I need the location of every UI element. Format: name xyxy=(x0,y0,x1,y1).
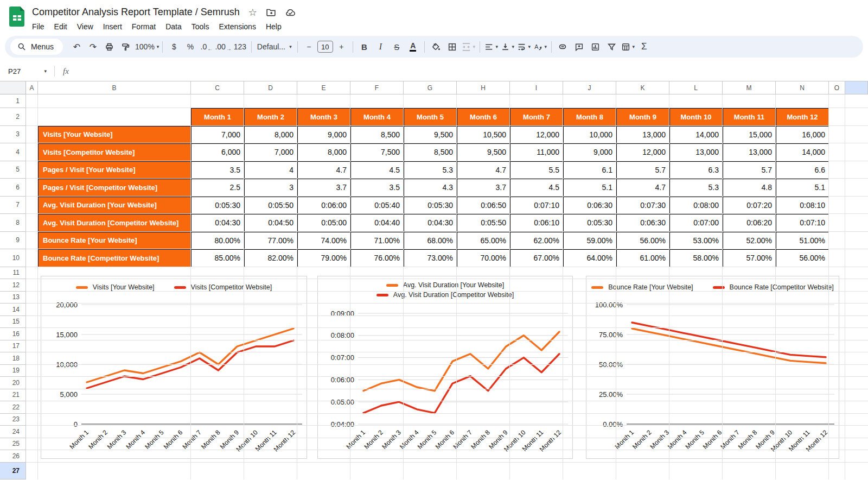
cell[interactable]: 0:05:30 xyxy=(191,197,244,214)
text-rotation-button[interactable]: A ▾ xyxy=(532,39,548,54)
cell[interactable]: 6,000 xyxy=(191,143,244,161)
cell[interactable]: 8,500 xyxy=(350,126,404,144)
cell[interactable]: 5.3 xyxy=(404,161,457,179)
row-header-10[interactable]: 10 xyxy=(0,249,26,267)
cell[interactable]: 3.7 xyxy=(457,179,510,197)
cell[interactable]: 5.7 xyxy=(723,161,776,179)
cell[interactable]: 53.00% xyxy=(669,232,723,250)
menus-search-button[interactable]: Menus xyxy=(10,39,63,55)
row-header-3[interactable]: 3 xyxy=(0,126,26,144)
cell[interactable]: 0:04:50 xyxy=(244,214,297,232)
cell[interactable]: 0:05:50 xyxy=(457,214,510,232)
increase-font-size-button[interactable]: + xyxy=(334,39,349,54)
row-header-20[interactable]: 20 xyxy=(0,377,26,389)
menu-extensions[interactable]: Extensions xyxy=(214,21,260,33)
cell[interactable]: 0:06:30 xyxy=(616,214,669,232)
cell[interactable]: 8,500 xyxy=(404,143,457,161)
undo-button[interactable]: ↶ xyxy=(69,39,85,54)
paint-format-button[interactable] xyxy=(118,39,133,54)
decrease-decimal-button[interactable]: .0 ← xyxy=(199,39,214,54)
formula-input[interactable] xyxy=(69,61,868,81)
column-header-M[interactable]: M xyxy=(723,81,776,94)
column-header-P[interactable] xyxy=(845,81,868,94)
cell[interactable]: 10,000 xyxy=(563,126,616,144)
italic-button[interactable]: I xyxy=(373,39,388,54)
functions-button[interactable]: Σ xyxy=(636,39,652,54)
column-header-D[interactable]: D xyxy=(244,81,297,94)
column-header-G[interactable]: G xyxy=(404,81,457,94)
cell[interactable]: 77.00% xyxy=(244,232,297,250)
row-label-cell[interactable]: Avg. Visit Duration [Your Website] xyxy=(38,197,191,214)
cell[interactable]: 74.00% xyxy=(297,232,350,250)
row-header-23[interactable]: 23 xyxy=(0,414,26,426)
row-header-2[interactable]: 2 xyxy=(0,108,26,126)
cell[interactable]: 0:05:30 xyxy=(404,197,457,214)
cell[interactable]: 64.00% xyxy=(563,249,616,267)
cell[interactable]: 0:07:20 xyxy=(723,197,776,214)
cell[interactable]: 56.00% xyxy=(776,249,829,267)
cell[interactable]: 13,000 xyxy=(616,126,669,144)
cell[interactable]: 59.00% xyxy=(563,232,616,250)
cell[interactable]: 67.00% xyxy=(510,249,563,267)
fill-color-button[interactable] xyxy=(428,39,444,54)
row-header-19[interactable]: 19 xyxy=(0,365,26,377)
row-header-18[interactable]: 18 xyxy=(0,352,26,365)
row-header-16[interactable]: 16 xyxy=(0,328,26,340)
cell[interactable]: 51.00% xyxy=(776,232,829,250)
cell[interactable]: 79.00% xyxy=(297,249,350,267)
month-header-cell[interactable]: Month 7 xyxy=(510,108,563,126)
row-label-cell[interactable]: Bounce Rate [Your Website] xyxy=(38,232,191,250)
borders-button[interactable] xyxy=(444,39,460,54)
cell[interactable]: 16,000 xyxy=(776,126,829,144)
row-header-12[interactable]: 12 xyxy=(0,279,26,292)
strikethrough-button[interactable]: S xyxy=(389,39,405,54)
cell[interactable]: 4.5 xyxy=(510,179,563,197)
cell[interactable]: 9,000 xyxy=(297,126,350,144)
cell[interactable]: 0:04:40 xyxy=(350,214,404,232)
cell[interactable]: 4 xyxy=(244,161,297,179)
month-header-cell[interactable]: Month 1 xyxy=(191,108,244,126)
cell[interactable]: 58.00% xyxy=(669,249,723,267)
row-header-21[interactable]: 21 xyxy=(0,389,26,402)
insert-link-button[interactable] xyxy=(555,39,571,54)
row-header-27[interactable]: 27 xyxy=(0,463,26,479)
cell[interactable]: 5.7 xyxy=(616,161,669,179)
cell[interactable]: 0:07:10 xyxy=(776,214,829,232)
cell[interactable]: 7,000 xyxy=(191,126,244,144)
cell[interactable]: 5.5 xyxy=(510,161,563,179)
cell[interactable]: 0:08:00 xyxy=(669,197,723,214)
cell[interactable]: 4.7 xyxy=(616,179,669,197)
horizontal-align-button[interactable]: ▾ xyxy=(483,39,499,54)
cell[interactable]: 0:06:00 xyxy=(297,197,350,214)
row-header-14[interactable]: 14 xyxy=(0,304,26,316)
more-formats-button[interactable]: 123 xyxy=(232,39,248,54)
row-header-11[interactable]: 11 xyxy=(0,267,26,280)
month-header-cell[interactable]: Month 5 xyxy=(404,108,457,126)
cell[interactable]: 5.1 xyxy=(563,179,616,197)
cell[interactable]: 4.7 xyxy=(297,161,350,179)
cell[interactable]: 0:05:00 xyxy=(297,214,350,232)
insert-chart-button[interactable] xyxy=(588,39,603,54)
cell[interactable]: 3.5 xyxy=(191,161,244,179)
cell[interactable]: 0:04:30 xyxy=(191,214,244,232)
row-header-26[interactable]: 26 xyxy=(0,450,26,463)
move-to-folder-icon[interactable] xyxy=(266,7,276,17)
cell[interactable]: 3.5 xyxy=(350,179,404,197)
cell[interactable]: 0:05:40 xyxy=(350,197,404,214)
cell[interactable]: 0:06:50 xyxy=(457,197,510,214)
cell[interactable]: 8,000 xyxy=(297,143,350,161)
cell[interactable]: 15,000 xyxy=(723,126,776,144)
month-header-cell[interactable]: Month 12 xyxy=(776,108,829,126)
month-header-cell[interactable]: Month 2 xyxy=(244,108,297,126)
column-header-B[interactable]: B xyxy=(38,81,191,94)
row-header-7[interactable]: 7 xyxy=(0,197,26,214)
month-header-cell[interactable]: Month 9 xyxy=(616,108,669,126)
cell[interactable]: 4.3 xyxy=(404,179,457,197)
cell[interactable]: 57.00% xyxy=(723,249,776,267)
cell[interactable]: 3.7 xyxy=(297,179,350,197)
cell[interactable]: 62.00% xyxy=(510,232,563,250)
sheets-logo-icon[interactable] xyxy=(9,6,25,34)
column-header-E[interactable]: E xyxy=(297,81,350,94)
text-color-button[interactable]: A xyxy=(405,39,421,54)
cell[interactable]: 7,000 xyxy=(244,143,297,161)
